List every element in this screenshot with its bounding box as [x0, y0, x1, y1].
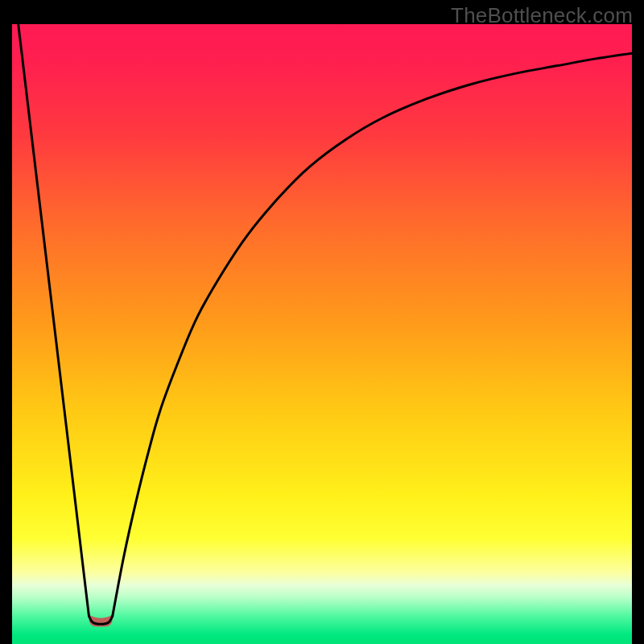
gradient-background — [12, 24, 632, 644]
chart-svg — [12, 24, 632, 644]
chart-frame — [12, 24, 632, 644]
